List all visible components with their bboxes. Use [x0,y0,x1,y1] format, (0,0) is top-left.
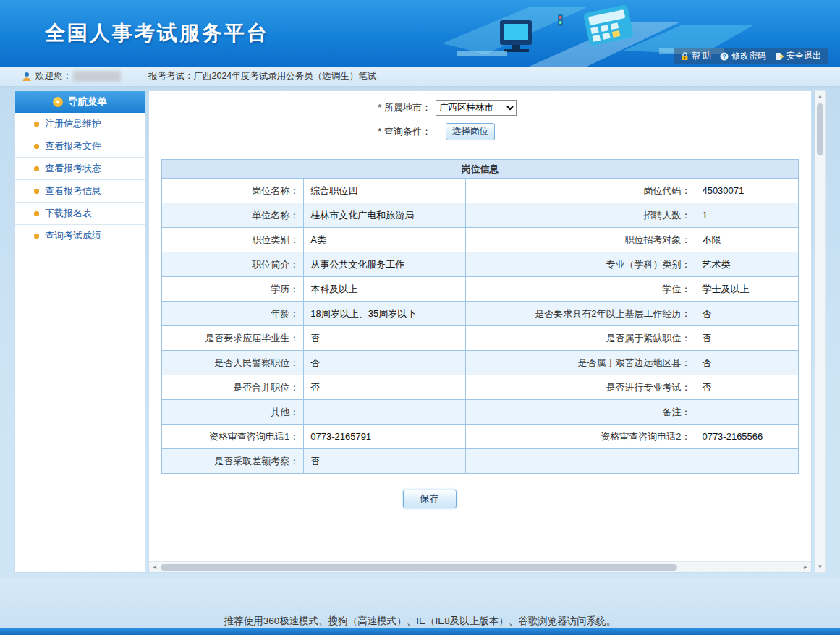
field-label-cell: 是否进行专业考试： [465,375,695,400]
question-circle-icon: ? [720,52,729,61]
field-label-cell: 是否属于艰苦边远地区县： [465,351,695,375]
query-condition-label: * 查询条件： [158,125,431,138]
field-label-cell: 招聘人数： [465,203,695,228]
field-value-cell: 否 [695,351,799,375]
table-row: 单位名称： 桂林市文化广电和旅游局 招聘人数： 1 [162,203,799,228]
field-label-cell: 其他： [162,400,304,425]
field-label-cell: 学位： [465,277,695,302]
exit-icon [775,52,784,61]
bullet-icon [34,234,39,239]
field-value-cell: 不限 [695,228,799,252]
page: 全国人事考试服务平台 帮 助 ? 修改密码 安全退出 [0,0,840,635]
field-value-cell: 学士及以上 [695,277,799,302]
field-value-cell: 本科及以上 [304,277,466,302]
field-label-cell: 是否合并职位： [162,375,304,400]
field-label-cell: 学历： [162,277,304,302]
save-button[interactable]: 保存 [403,490,457,508]
table-row: 是否采取差额考察： 否 [162,449,799,474]
change-password-link[interactable]: ? 修改密码 [720,50,766,62]
bullet-icon [34,211,39,216]
field-value-cell: 综合职位四 [304,179,466,203]
user-name-redacted [73,71,121,82]
bullet-icon [34,189,39,194]
field-value-cell [304,400,466,425]
browser-recommendation: 推荐使用360极速模式、搜狗（高速模式）、IE（IE8及以上版本）、谷歌浏览器访… [0,579,840,628]
sidebar-item-view-application-info[interactable]: 查看报考信息 [15,180,145,203]
sidebar-item-query-scores[interactable]: 查询考试成绩 [15,225,145,247]
city-select[interactable]: 广西区桂林市 [436,100,517,116]
field-label-cell: 单位名称： [162,203,304,228]
scroll-right-arrow-icon[interactable]: ► [800,562,811,573]
table-title-row: 岗位信息 [162,160,799,179]
scroll-down-arrow-icon[interactable]: ▼ [815,561,826,572]
field-value-cell: 从事公共文化服务工作 [304,252,466,277]
table-row: 职位类别： A类 职位招考对象： 不限 [162,228,799,252]
svg-text:?: ? [722,53,726,60]
welcome-greeting: 欢迎您： [35,70,72,82]
table-row: 其他： 备注： [162,400,799,425]
table-title: 岗位信息 [162,160,799,179]
lock-icon [681,52,689,61]
sidebar-item-download-form[interactable]: 下载报名表 [15,203,145,225]
exam-info: 报考考试：广西2024年度考试录用公务员（选调生）笔试 [148,70,376,82]
field-value-cell: 1 [695,203,799,228]
city-label: * 所属地市： [158,101,431,114]
field-label-cell: 是否采取差额考察： [162,449,304,474]
field-value-cell: 否 [304,351,466,375]
field-label-cell: 岗位名称： [162,179,304,203]
table-row: 职位简介： 从事公共文化服务工作 专业（学科）类别： 艺术类 [162,252,799,277]
sidebar-item-view-application-status[interactable]: 查看报考状态 [15,158,145,180]
choose-position-button[interactable]: 选择岗位 [446,123,495,140]
field-value-cell: 否 [695,326,799,351]
vertical-scroll-thumb[interactable] [817,103,823,155]
sidebar-item-view-exam-files[interactable]: 查看报考文件 [15,135,145,158]
top-header: 全国人事考试服务平台 帮 助 ? 修改密码 安全退出 [0,0,840,67]
field-value-cell: 45030071 [695,179,799,203]
position-info-table: 岗位信息 岗位名称： 综合职位四 岗位代码： 45030071 单位名称： 桂林… [161,159,799,474]
content-wrap: 导航菜单 注册信息维护 查看报考文件 查看报考状态 查看报考信息 下载报名表 [14,90,826,573]
field-label-cell: 资格审查咨询电话1： [162,425,304,449]
field-value-cell: A类 [304,228,466,252]
bullet-icon [34,122,39,127]
vertical-scrollbar[interactable]: ▲ ▼ [815,90,826,573]
field-label-cell: 职位招考对象： [465,228,695,252]
field-label-cell: 专业（学科）类别： [465,252,695,277]
field-value-cell: 艺术类 [695,252,799,277]
field-label-cell: 资格审查咨询电话2： [465,425,695,449]
table-row: 岗位名称： 综合职位四 岗位代码： 45030071 [162,179,799,203]
logout-link[interactable]: 安全退出 [775,50,821,62]
table-row: 学历： 本科及以上 学位： 学士及以上 [162,277,799,302]
horizontal-scrollbar[interactable]: ◄ ► [149,561,811,572]
nav-menu-icon [53,97,63,107]
field-label-cell: 是否属于紧缺职位： [465,326,695,351]
horizontal-scroll-thumb[interactable] [161,564,677,571]
table-row: 资格审查咨询电话1： 0773-2165791 资格审查咨询电话2： 0773-… [162,425,799,449]
sidebar-header[interactable]: 导航菜单 [15,91,145,113]
sidebar-item-label: 查询考试成绩 [45,229,101,242]
field-label-cell: 备注： [465,400,695,425]
field-value-cell [695,400,799,425]
field-label-cell: 年龄： [162,302,304,326]
scroll-left-arrow-icon[interactable]: ◄ [149,562,160,573]
welcome-bar: 欢迎您： 报考考试：广西2024年度考试录用公务员（选调生）笔试 [0,67,840,87]
field-value-cell: 否 [695,375,799,400]
field-value-cell: 0773-2165791 [304,425,466,449]
sidebar-item-label: 查看报考信息 [45,184,101,197]
main-panel: * 所属地市： 广西区桂林市 * 查询条件： 选择岗位 岗位信息 岗位名称： 综 [148,90,812,573]
scroll-up-arrow-icon[interactable]: ▲ [815,91,826,102]
sidebar: 导航菜单 注册信息维护 查看报考文件 查看报考状态 查看报考信息 下载报名表 [14,90,145,573]
table-row: 是否合并职位： 否 是否进行专业考试： 否 [162,375,799,400]
field-label-cell: 岗位代码： [465,179,695,203]
help-link-label: 帮 助 [692,50,711,62]
query-form-row: * 查询条件： 选择岗位 [158,119,802,143]
change-password-link-label: 修改密码 [731,50,766,62]
field-label-cell: 职位类别： [162,228,304,252]
sidebar-item-register-info[interactable]: 注册信息维护 [15,113,145,135]
bullet-icon [34,144,39,149]
sidebar-item-label: 下载报名表 [45,207,92,220]
header-quick-links: 帮 助 ? 修改密码 安全退出 [674,48,828,64]
field-value-cell: 否 [304,375,466,400]
help-link[interactable]: 帮 助 [681,50,711,62]
field-value-cell: 否 [695,302,799,326]
site-title: 全国人事考试服务平台 [45,20,269,47]
